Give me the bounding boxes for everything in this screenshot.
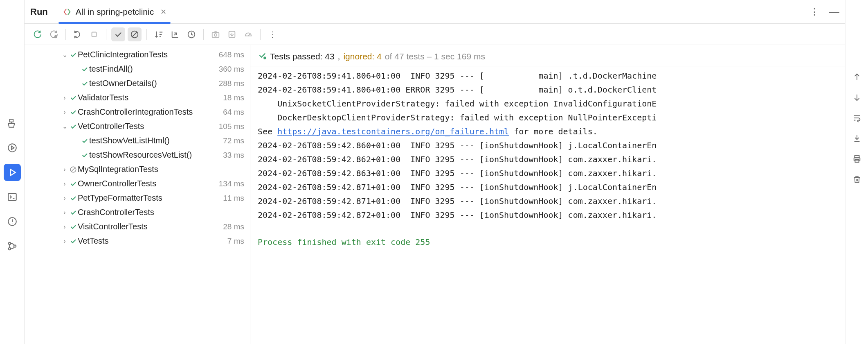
svg-rect-10: [212, 32, 219, 37]
show-passed-button[interactable]: [111, 27, 125, 41]
console-panel: Tests passed: 43, ignored: 4 of 47 tests…: [250, 45, 845, 344]
pass-icon: [69, 51, 78, 59]
problems-icon[interactable]: [4, 213, 21, 230]
test-name: testShowResourcesVetList(): [89, 150, 223, 160]
ignored-icon: [69, 166, 78, 173]
log-line: 2024-02-26T08:59:42.872+01:00 INFO 3295 …: [258, 208, 843, 222]
svg-point-3: [8, 242, 10, 244]
svg-point-6: [55, 35, 57, 38]
build-icon[interactable]: [4, 115, 21, 132]
svg-rect-1: [8, 193, 16, 200]
chevron-down-icon[interactable]: ⌄: [61, 122, 69, 130]
services-icon[interactable]: [4, 139, 21, 156]
rerun-failed-button[interactable]: [47, 27, 61, 41]
test-duration: 648 ms: [219, 50, 244, 59]
arrow-down-icon[interactable]: [851, 92, 863, 103]
test-tree-row[interactable]: testOwnerDetails()288 ms: [25, 76, 250, 91]
more-actions-button[interactable]: ⋮: [265, 27, 279, 41]
test-name: VetTests: [78, 236, 227, 246]
test-duration: 11 ms: [223, 194, 244, 203]
test-name: OwnerControllerTests: [78, 179, 219, 188]
test-tree-row[interactable]: ⌄VetControllerTests105 ms: [25, 119, 250, 134]
test-name: VisitControllerTests: [78, 222, 223, 231]
tests-passed-icon: [258, 51, 267, 62]
run-config-tab-label: All in spring-petclinic: [76, 7, 154, 17]
chevron-right-icon[interactable]: ›: [61, 209, 69, 216]
stop-button[interactable]: [87, 27, 101, 41]
test-duration: 18 ms: [223, 93, 244, 102]
test-duration: 33 ms: [223, 151, 244, 160]
test-duration: 28 ms: [223, 222, 244, 231]
rerun-button[interactable]: [30, 27, 44, 41]
svg-point-0: [8, 144, 16, 152]
run-toolwindow-icon[interactable]: [4, 164, 21, 181]
pass-icon: [69, 238, 78, 245]
test-tree[interactable]: ⌄PetClinicIntegrationTests648 mstestFind…: [25, 45, 250, 344]
import-button[interactable]: [225, 27, 239, 41]
chevron-right-icon[interactable]: ›: [61, 195, 69, 202]
dashboard-button[interactable]: [241, 27, 255, 41]
screenshot-button[interactable]: [209, 27, 223, 41]
test-tree-row[interactable]: ›VisitControllerTests28 ms: [25, 220, 250, 234]
log-link[interactable]: https://java.testcontainers.org/on_failu…: [277, 127, 509, 136]
pass-icon: [80, 80, 89, 87]
toggle-auto-test-button[interactable]: [71, 27, 85, 41]
chevron-right-icon[interactable]: ›: [61, 94, 69, 102]
soft-wrap-icon[interactable]: [851, 112, 863, 124]
expand-all-button[interactable]: [168, 27, 182, 41]
svg-point-5: [13, 245, 16, 247]
vcs-icon[interactable]: [4, 238, 21, 255]
console-gutter: [845, 0, 868, 344]
test-name: testFindAll(): [89, 64, 219, 74]
pass-icon: [69, 223, 78, 231]
pass-icon: [80, 137, 89, 145]
more-icon[interactable]: ⋮: [810, 7, 820, 17]
log-line: 2024-02-26T08:59:41.806+01:00 INFO 3295 …: [258, 69, 843, 83]
test-duration: 105 ms: [219, 122, 244, 131]
history-button[interactable]: [184, 27, 198, 41]
print-icon[interactable]: [851, 153, 863, 165]
test-tree-row[interactable]: ›OwnerControllerTests134 ms: [25, 177, 250, 191]
test-name: testOwnerDetails(): [89, 79, 219, 88]
trash-icon[interactable]: [851, 174, 863, 185]
test-name: ValidatorTests: [78, 93, 223, 102]
test-duration: 7 ms: [227, 237, 244, 246]
test-tree-row[interactable]: ›MySqlIntegrationTests: [25, 162, 250, 177]
sort-button[interactable]: [152, 27, 166, 41]
test-tree-row[interactable]: testShowResourcesVetList()33 ms: [25, 148, 250, 162]
test-name: CrashControllerIntegrationTests: [78, 107, 223, 117]
chevron-down-icon[interactable]: ⌄: [61, 51, 69, 59]
test-duration: 134 ms: [219, 179, 244, 188]
test-name: testShowVetListHtml(): [89, 136, 223, 145]
arrow-up-icon[interactable]: [851, 71, 863, 83]
scroll-to-end-icon[interactable]: [851, 133, 863, 144]
chevron-right-icon[interactable]: ›: [61, 109, 69, 116]
run-config-tab[interactable]: All in spring-petclinic ✕: [58, 0, 171, 23]
pass-icon: [69, 195, 78, 202]
test-name: MySqlIntegrationTests: [78, 165, 244, 174]
close-icon[interactable]: ✕: [160, 7, 166, 16]
chevron-right-icon[interactable]: ›: [61, 180, 69, 188]
test-tree-row[interactable]: ›CrashControllerIntegrationTests64 ms: [25, 105, 250, 119]
minimize-icon[interactable]: —: [829, 5, 839, 18]
show-ignored-button[interactable]: [128, 27, 142, 41]
test-tree-row[interactable]: ⌄PetClinicIntegrationTests648 ms: [25, 48, 250, 62]
svg-point-4: [8, 248, 10, 250]
test-tree-row[interactable]: ›ValidatorTests18 ms: [25, 91, 250, 105]
log-line: 2024-02-26T08:59:42.862+01:00 INFO 3295 …: [258, 152, 843, 166]
chevron-right-icon[interactable]: ›: [61, 166, 69, 173]
test-tree-row[interactable]: ›PetTypeFormatterTests11 ms: [25, 191, 250, 205]
chevron-right-icon[interactable]: ›: [61, 238, 69, 245]
test-duration: 64 ms: [223, 108, 244, 117]
tool-window-tabs: Run All in spring-petclinic ✕ ⋮ —: [25, 0, 845, 24]
test-tree-row[interactable]: ›VetTests7 ms: [25, 234, 250, 248]
summary-ignored-label: ignored: 4: [343, 52, 381, 61]
pass-icon: [69, 209, 78, 216]
chevron-right-icon[interactable]: ›: [61, 223, 69, 231]
log-line: 2024-02-26T08:59:42.860+01:00 INFO 3295 …: [258, 138, 843, 152]
test-tree-row[interactable]: testFindAll()360 ms: [25, 62, 250, 76]
test-tree-row[interactable]: ›CrashControllerTests: [25, 205, 250, 220]
console-output[interactable]: 2024-02-26T08:59:41.806+01:00 INFO 3295 …: [258, 69, 843, 249]
terminal-icon[interactable]: [4, 188, 21, 206]
test-tree-row[interactable]: testShowVetListHtml()72 ms: [25, 134, 250, 148]
